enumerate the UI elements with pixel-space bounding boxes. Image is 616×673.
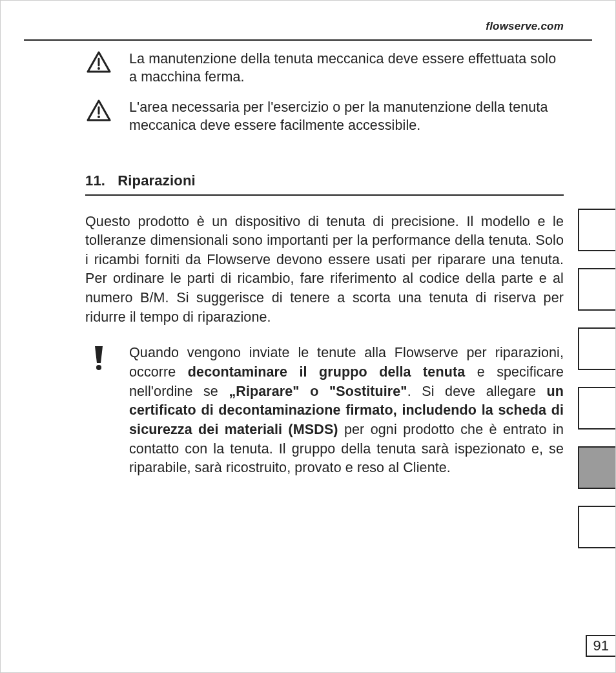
svg-point-3 — [98, 116, 100, 118]
document-page: flowserve.com La manutenzione della tenu… — [0, 0, 616, 673]
section-heading: 11. Riparazioni — [85, 172, 564, 189]
important-note: Quando vengono inviate le tenute alla Fl… — [85, 344, 564, 478]
header-url: flowserve.com — [24, 20, 592, 39]
important-exclaim-icon — [85, 344, 112, 371]
bold-span: „Riparare" o "Sostituire" — [229, 384, 407, 399]
text-span: . Si deve allegare — [407, 384, 547, 399]
svg-point-4 — [96, 365, 101, 370]
side-tab-4[interactable] — [578, 446, 615, 489]
side-tab-1[interactable] — [578, 268, 615, 311]
warning-note-1: La manutenzione della tenuta meccanica d… — [85, 50, 564, 87]
side-tab-5[interactable] — [578, 506, 615, 548]
side-tab-3[interactable] — [578, 387, 615, 430]
side-tab-2[interactable] — [578, 327, 615, 370]
side-tab-bar — [578, 209, 615, 565]
section-title: Riparazioni — [118, 172, 196, 189]
header-rule — [24, 39, 592, 41]
section-heading-rule — [85, 194, 564, 196]
svg-point-1 — [98, 67, 100, 70]
page-number: 91 — [586, 635, 615, 657]
bold-span: decontaminare il gruppo della tenuta — [188, 364, 465, 380]
warning-triangle-icon — [85, 98, 112, 121]
warning-note-2: L'area necessaria per l'esercizio o per … — [85, 98, 564, 135]
content-area: La manutenzione della tenuta meccanica d… — [85, 50, 564, 478]
warning-note-1-text: La manutenzione della tenuta meccanica d… — [129, 50, 564, 87]
side-tab-0[interactable] — [578, 209, 615, 251]
section-body: Questo prodotto è un dispositivo di tenu… — [85, 212, 564, 327]
section-number: 11. — [85, 172, 105, 189]
warning-triangle-icon — [85, 50, 112, 73]
important-note-text: Quando vengono inviate le tenute alla Fl… — [129, 344, 564, 478]
warning-note-2-text: L'area necessaria per l'esercizio o per … — [129, 98, 564, 135]
